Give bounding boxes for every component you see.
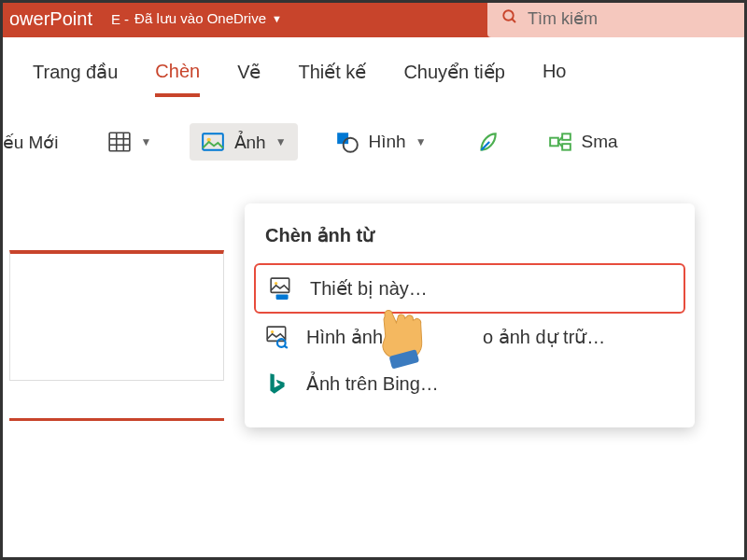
tab-design[interactable]: Thiết kế — [298, 61, 366, 97]
chevron-down-icon: ▼ — [416, 135, 427, 148]
slide-thumbnail-1[interactable] — [9, 250, 224, 381]
chevron-down-icon: ▼ — [141, 135, 152, 148]
svg-rect-12 — [562, 133, 571, 140]
svg-rect-7 — [203, 133, 223, 149]
svg-point-0 — [503, 10, 514, 21]
slide-thumbnail-2[interactable] — [9, 418, 224, 549]
svg-line-22 — [285, 346, 288, 348]
menu-item-stock-images[interactable]: Hình ảnh tro o ảnh dự trữ… — [245, 314, 695, 360]
ribbon-tabs: Trang đầu Chèn Vẽ Thiết kế Chuyển tiếp H… — [0, 37, 747, 97]
new-slide-button[interactable]: ng chiếu Mới — [0, 125, 70, 160]
ribbon-tools: ng chiếu Mới ▼ Ảnh ▼ Hình ▼ Sma — [0, 97, 747, 189]
svg-point-10 — [343, 138, 357, 152]
slide-thumbnails-panel — [0, 231, 233, 549]
table-button[interactable]: ▼ — [96, 123, 163, 161]
svg-point-20 — [271, 330, 274, 333]
dropdown-header: Chèn ảnh từ — [245, 220, 695, 263]
chevron-down-icon: ▼ — [272, 13, 282, 24]
smartart-button[interactable]: Sma — [537, 123, 629, 161]
picture-icon — [201, 130, 225, 154]
search-icon — [501, 8, 518, 30]
tab-more[interactable]: Ho — [543, 61, 567, 97]
svg-rect-16 — [271, 278, 289, 292]
svg-rect-13 — [562, 144, 571, 150]
svg-point-21 — [277, 339, 286, 347]
smartart-icon — [548, 130, 572, 154]
svg-rect-11 — [550, 138, 558, 147]
menu-item-this-device[interactable]: Thiết bị này… — [254, 263, 685, 314]
app-name: owerPoint — [9, 8, 92, 30]
bing-icon — [265, 371, 289, 396]
tab-draw[interactable]: Vẽ — [237, 61, 261, 97]
icons-button[interactable] — [464, 123, 511, 161]
doc-title[interactable]: E - Đã lưu vào OneDrive ▼ — [111, 10, 282, 27]
tab-insert[interactable]: Chèn — [155, 61, 200, 97]
table-icon — [107, 130, 132, 154]
image-button[interactable]: Ảnh ▼ — [190, 123, 298, 161]
shapes-button[interactable]: Hình ▼ — [324, 123, 438, 161]
shapes-icon — [335, 130, 359, 154]
svg-rect-2 — [109, 133, 130, 151]
svg-rect-18 — [276, 295, 289, 300]
search-box[interactable]: Tìm kiếm — [487, 0, 747, 37]
picture-device-icon — [269, 276, 293, 301]
menu-item-label-suffix: o ảnh dự trữ… — [483, 326, 605, 348]
search-placeholder: Tìm kiếm — [528, 8, 598, 29]
leaf-icon — [475, 130, 500, 154]
insert-image-dropdown: Chèn ảnh từ Thiết bị này… Hình ảnh tro o… — [245, 203, 695, 427]
tab-transitions[interactable]: Chuyển tiếp — [403, 61, 505, 97]
picture-search-icon — [265, 325, 289, 349]
svg-line-1 — [512, 19, 515, 22]
chevron-down-icon: ▼ — [275, 135, 287, 148]
menu-item-bing[interactable]: Ảnh trên Bing… — [245, 360, 695, 407]
svg-point-17 — [275, 282, 277, 285]
tab-home[interactable]: Trang đầu — [33, 61, 118, 97]
